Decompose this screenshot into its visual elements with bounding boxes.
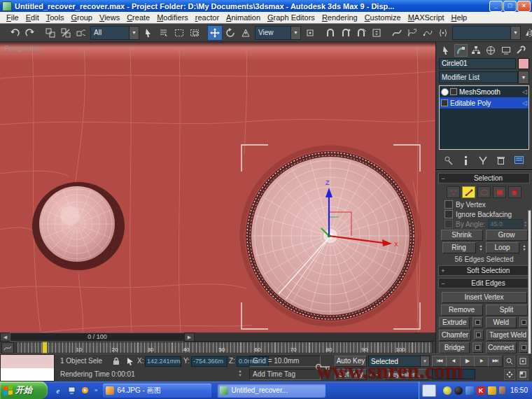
minimize-button[interactable]: _ — [489, 1, 503, 12]
configure-modifier-sets-icon[interactable] — [514, 155, 525, 165]
mini-curve-editor-icon[interactable] — [1, 342, 14, 354]
maxscript-mini-listener[interactable] — [0, 354, 55, 382]
snaps-toggle-icon[interactable] — [323, 25, 338, 41]
grow-button[interactable]: Grow — [486, 230, 528, 241]
tray-icon-3[interactable] — [499, 386, 505, 394]
mirror-icon[interactable] — [522, 25, 532, 41]
menu-help[interactable]: Help — [448, 13, 471, 22]
percent-snap-icon[interactable] — [354, 25, 369, 41]
time-tag-spinner-icon[interactable]: ▲▼ — [238, 369, 242, 377]
chevron-down-icon[interactable]: ▼ — [518, 71, 529, 84]
redo-icon[interactable] — [22, 25, 38, 41]
remove-modifier-icon[interactable] — [496, 155, 505, 165]
show-end-result-icon[interactable] — [463, 155, 470, 165]
keyboard-override-key-icon[interactable] — [315, 363, 332, 371]
named-selection-set-dropdown[interactable]: ▼ — [452, 26, 521, 40]
time-range-slider[interactable]: 0 / 100 — [10, 332, 185, 342]
select-and-scale-icon[interactable] — [238, 25, 253, 41]
weld-button[interactable]: Weld — [486, 317, 517, 328]
menu-create[interactable]: Create — [123, 13, 153, 22]
tab-hierarchy-icon[interactable] — [469, 44, 482, 57]
parameter-wiring-icon[interactable] — [420, 25, 435, 41]
zoom-extents-icon[interactable] — [517, 356, 528, 367]
menu-customize[interactable]: Customize — [361, 13, 405, 22]
split-button[interactable]: Split — [486, 304, 528, 316]
maximize-viewport-icon[interactable] — [517, 369, 528, 380]
menu-views[interactable]: Views — [96, 13, 123, 22]
spinner-snap-icon[interactable] — [369, 25, 384, 41]
loop-button[interactable]: Loop — [486, 242, 519, 253]
add-time-tag[interactable]: Add Time Tag — [249, 369, 321, 380]
stack-item-editable-poly[interactable]: Editable Poly ◁ — [440, 97, 528, 108]
remove-button[interactable]: Remove — [441, 304, 483, 316]
chamfer-button[interactable]: Chamfer — [439, 330, 471, 341]
chevron-down-icon[interactable]: ▼ — [129, 27, 139, 39]
tab-display-icon[interactable] — [499, 44, 512, 57]
modifier-enabled-bulb-icon[interactable] — [441, 88, 449, 96]
go-to-start-button[interactable]: |◀◀ — [432, 356, 447, 367]
modifier-list-dropdown[interactable]: Modifier List — [439, 71, 518, 83]
current-frame-field[interactable] — [432, 369, 475, 379]
next-frame-button[interactable]: |▶ — [474, 356, 489, 367]
reference-coordinate-dropdown[interactable]: View ▼ — [255, 26, 301, 40]
tab-utilities-icon[interactable] — [514, 44, 528, 57]
selection-lock-icon[interactable] — [112, 357, 120, 365]
pin-stack-icon[interactable] — [443, 155, 454, 165]
time-slider[interactable] — [42, 342, 48, 354]
tray-icon-1[interactable] — [443, 386, 451, 395]
start-button[interactable]: 开始 — [0, 382, 48, 399]
menu-animation[interactable]: Animation — [223, 13, 264, 22]
task-3dsmax[interactable]: Untitled_recover... — [217, 384, 326, 398]
reaction-manager-icon[interactable] — [435, 25, 451, 41]
menu-rendering[interactable]: Rendering — [318, 13, 361, 22]
maximize-button[interactable]: □ — [503, 1, 517, 12]
close-button[interactable]: × — [517, 1, 531, 12]
tray-icon-qq[interactable] — [454, 386, 463, 395]
by-vertex-checkbox[interactable] — [444, 200, 453, 209]
tray-icon-security[interactable] — [488, 386, 496, 395]
set-key-button[interactable]: Set Key — [335, 369, 367, 380]
object-color-swatch[interactable] — [518, 58, 529, 69]
bind-to-spacewarp-icon[interactable] — [74, 25, 89, 41]
tray-icon-2[interactable] — [465, 386, 474, 395]
viewport-label[interactable]: Perspective — [4, 45, 41, 52]
tab-create-icon[interactable] — [439, 44, 452, 57]
key-mode-toggle-icon[interactable] — [370, 370, 381, 378]
media-player-icon[interactable] — [80, 386, 90, 396]
polygon-mode-icon[interactable] — [493, 186, 506, 198]
previous-frame-button[interactable]: ◀| — [446, 356, 461, 367]
menu-edit[interactable]: Edit — [22, 13, 43, 22]
task-paint[interactable]: 64.JPG - 画图 — [103, 384, 211, 398]
ring-spinner-icon[interactable]: ▲▼ — [479, 242, 483, 253]
pan-view-icon[interactable] — [504, 369, 515, 380]
chevron-down-icon[interactable]: ▼ — [290, 27, 300, 39]
menu-tools[interactable]: Tools — [43, 13, 68, 22]
key-mode-dropdown[interactable]: Selected ▼ — [368, 356, 430, 367]
selection-rollout-header[interactable]: − Selection — [438, 173, 530, 183]
connect-button[interactable]: Connect — [486, 342, 517, 354]
dome-object[interactable] — [32, 182, 125, 270]
loop-spinner-icon[interactable]: ▲▼ — [523, 242, 526, 253]
vertex-mode-icon[interactable] — [447, 186, 460, 198]
chevron-down-icon[interactable]: ▼ — [420, 356, 429, 366]
select-object-icon[interactable] — [141, 25, 156, 41]
menu-group[interactable]: Group — [67, 13, 96, 22]
curve-editor-icon[interactable] — [389, 25, 405, 41]
border-mode-icon[interactable] — [477, 186, 491, 198]
menu-modifiers[interactable]: Modifiers — [153, 13, 192, 22]
select-and-link-icon[interactable] — [43, 25, 58, 41]
scroll-left-icon[interactable]: ◀ — [0, 332, 10, 342]
element-mode-icon[interactable] — [508, 186, 522, 198]
stack-item-meshsmooth[interactable]: MeshSmooth ◁ — [440, 86, 528, 97]
object-name-field[interactable]: Circle01 — [439, 58, 516, 69]
play-button[interactable]: ▶ — [460, 356, 475, 367]
scroll-right-icon[interactable]: ▶ — [184, 332, 195, 342]
bridge-button[interactable]: Bridge — [439, 342, 470, 354]
bridge-settings-icon[interactable] — [472, 342, 482, 353]
y-coordinate-field[interactable]: -754.366m — [191, 356, 227, 367]
go-to-end-button[interactable]: ▶▶| — [488, 356, 503, 367]
undo-icon[interactable] — [7, 25, 22, 41]
chevron-down-icon[interactable]: ▼ — [510, 27, 520, 39]
quick-launch-overflow-icon[interactable]: » — [94, 387, 97, 393]
track-bar-ruler[interactable] — [17, 342, 433, 354]
